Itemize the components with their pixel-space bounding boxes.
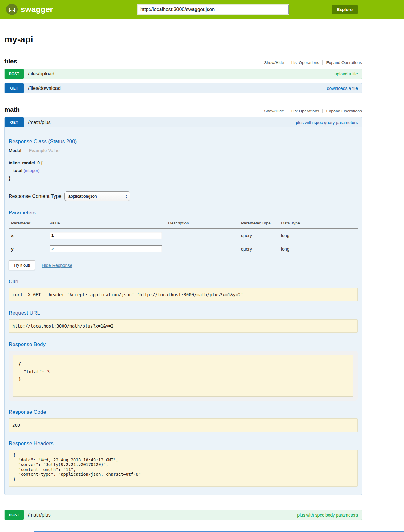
operation-get-math-plus[interactable]: GET /math/plus plus with spec query para…	[5, 117, 362, 127]
parameters-header-row: Parameter Value Description Parameter Ty…	[9, 219, 358, 228]
section-divider	[4, 101, 362, 101]
request-url-value: http://localhost:3000/math/plus?x=1&y=2	[9, 319, 358, 333]
explore-button[interactable]: Explore	[332, 5, 358, 14]
hide-response-link[interactable]: Hide Response	[42, 263, 72, 268]
operation-summary: upload a file	[334, 71, 358, 76]
math-section-header: math Show/Hide List Operations Expand Op…	[4, 106, 362, 113]
parameter-data-type: long	[279, 228, 358, 242]
files-section-controls: Show/Hide List Operations Expand Operati…	[261, 60, 362, 65]
property-type: (integer)	[23, 168, 39, 173]
operation-get-math-plus-expanded: GET /math/plus plus with spec query para…	[4, 117, 362, 495]
operation-summary: plus with spec query parameters	[296, 120, 358, 125]
column-header-value: Value	[47, 219, 166, 228]
parameter-row-x: x query long	[9, 228, 358, 242]
expand-operations-link[interactable]: Expand Operations	[322, 109, 362, 113]
parameter-data-type: long	[279, 242, 358, 256]
parameter-row-y: y query long	[9, 242, 358, 256]
column-header-parameter-type: Parameter Type	[239, 219, 279, 228]
selected-content-type: application/json	[68, 194, 97, 199]
request-url-heading: Request URL	[9, 310, 358, 316]
parameter-description	[166, 242, 239, 256]
column-header-data-type: Data Type	[279, 219, 358, 228]
operation-path[interactable]: /files/download	[28, 86, 61, 91]
response-class-tabs: Model Example Value	[9, 148, 358, 153]
parameter-name: x	[9, 228, 47, 242]
section-title-math: math	[4, 106, 20, 113]
tab-example-value[interactable]: Example Value	[25, 148, 60, 153]
list-operations-link[interactable]: List Operations	[288, 60, 323, 65]
parameter-type: query	[239, 228, 279, 242]
response-content-type-row: Response Content Type application/json ▲…	[9, 191, 358, 201]
operation-path[interactable]: /math/plus	[28, 512, 51, 518]
response-body-total-value: 3	[47, 369, 50, 374]
response-headers-heading: Response Headers	[9, 441, 358, 447]
spec-url-input[interactable]	[138, 5, 289, 14]
response-headers-json: { "date": "Wed, 22 Aug 2018 18:49:13 GMT…	[9, 450, 358, 487]
method-badge-get: GET	[5, 83, 24, 93]
list-operations-link[interactable]: List Operations	[288, 109, 323, 113]
page-title: my-api	[4, 34, 362, 45]
operation-summary: downloads a file	[327, 86, 358, 91]
response-class-heading: Response Class (Status 200)	[9, 139, 358, 145]
content-wrap: my-api files Show/Hide List Operations E…	[4, 34, 362, 532]
response-body-heading: Response Body	[9, 341, 358, 348]
parameter-name: y	[9, 242, 47, 256]
response-body-json: { "total": 3 }	[13, 355, 354, 397]
show-hide-link[interactable]: Show/Hide	[261, 60, 287, 65]
method-badge-post: POST	[5, 69, 24, 79]
swagger-braces-icon: {…}	[6, 4, 18, 15]
parameters-table: Parameter Value Description Parameter Ty…	[9, 219, 358, 256]
operation-path[interactable]: /math/plus	[28, 120, 51, 125]
column-header-description: Description	[166, 219, 239, 228]
section-title-files: files	[4, 58, 17, 65]
math-section-controls: Show/Hide List Operations Expand Operati…	[261, 109, 362, 113]
method-badge-post: POST	[5, 510, 24, 520]
parameter-x-input[interactable]	[50, 232, 162, 239]
response-body-container: { "total": 3 }	[9, 351, 358, 401]
show-hide-link[interactable]: Show/Hide	[261, 109, 287, 113]
files-section-header: files Show/Hide List Operations Expand O…	[4, 58, 362, 65]
response-content-type-label: Response Content Type	[9, 194, 61, 199]
expand-operations-link[interactable]: Expand Operations	[322, 60, 362, 65]
curl-heading: Curl	[9, 279, 358, 285]
parameters-heading: Parameters	[9, 210, 358, 216]
swagger-logo[interactable]: {…} swagger	[6, 4, 53, 15]
operation-path[interactable]: /files/upload	[28, 71, 54, 77]
operation-content: Response Class (Status 200) Model Exampl…	[5, 127, 362, 495]
swagger-logo-text: swagger	[21, 5, 53, 14]
method-badge-get: GET	[5, 117, 24, 127]
parameter-type: query	[239, 242, 279, 256]
try-it-out-row: Try it out! Hide Response	[9, 260, 358, 270]
column-header-parameter: Parameter	[9, 219, 47, 228]
operation-post-math-plus[interactable]: POST /math/plus plus with spec body para…	[4, 510, 362, 520]
operation-post-files-upload[interactable]: POST /files/upload upload a file	[4, 69, 362, 79]
property-name: total	[13, 168, 22, 173]
curl-command: curl -X GET --header 'Accept: applicatio…	[9, 288, 358, 301]
operation-summary: plus with spec body parameters	[297, 513, 358, 518]
top-bar: {…} swagger Explore	[0, 0, 404, 19]
response-code-heading: Response Code	[9, 409, 358, 415]
response-code-value: 200	[9, 418, 358, 432]
parameter-description	[166, 228, 239, 242]
operation-get-files-download[interactable]: GET /files/download downloads a file	[4, 83, 362, 93]
model-property: total (integer)	[13, 167, 358, 175]
model-name: inline_model_0 {	[9, 159, 358, 167]
select-arrows-icon: ▲▼	[125, 195, 127, 198]
tab-model[interactable]: Model	[9, 148, 21, 153]
model-close-brace: }	[9, 175, 358, 182]
try-it-out-button[interactable]: Try it out!	[9, 260, 35, 270]
parameter-y-input[interactable]	[50, 245, 162, 252]
response-content-type-select[interactable]: application/json ▲▼	[64, 191, 130, 201]
model-signature: inline_model_0 { total (integer) }	[9, 159, 358, 182]
